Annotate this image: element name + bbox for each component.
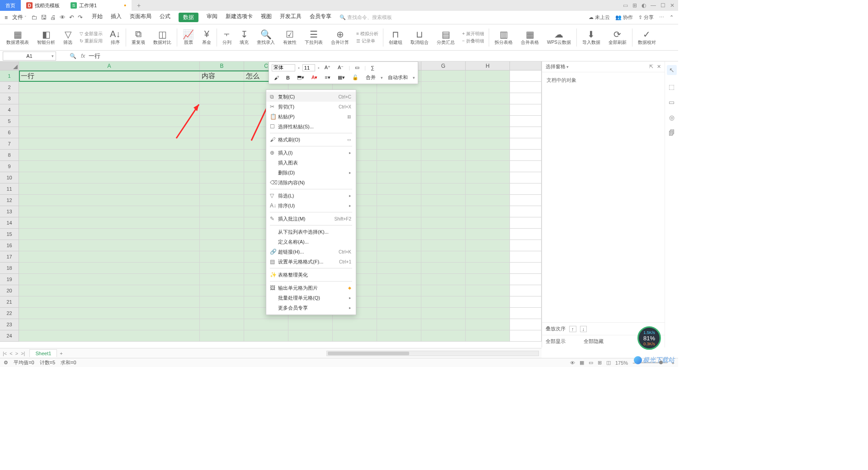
- cell[interactable]: [19, 308, 200, 319]
- rp-pin-icon[interactable]: ⇱: [649, 64, 653, 70]
- cm-define-name[interactable]: 定义名称(A)...: [266, 237, 356, 247]
- rb-lookup[interactable]: 🔍查找录入: [253, 24, 278, 50]
- cell[interactable]: [377, 229, 421, 240]
- sb-grid-icon[interactable]: ▦: [580, 360, 584, 366]
- cell[interactable]: [19, 229, 200, 240]
- cell[interactable]: [466, 229, 510, 240]
- cell[interactable]: [200, 274, 244, 285]
- cell[interactable]: [377, 251, 421, 263]
- row-header[interactable]: 1: [0, 70, 19, 82]
- cell[interactable]: [421, 70, 466, 82]
- col-B[interactable]: B: [200, 61, 244, 70]
- tab-add[interactable]: +: [132, 0, 146, 11]
- row-header[interactable]: 23: [0, 319, 19, 330]
- cm-format-cells[interactable]: ▤设置单元格格式(F)...Ctrl+1: [266, 257, 356, 267]
- row-header[interactable]: 18: [0, 263, 19, 274]
- cell[interactable]: [466, 195, 510, 206]
- maximize-icon[interactable]: ☐: [660, 2, 665, 9]
- rp-down-icon[interactable]: ↓: [580, 326, 587, 332]
- cell[interactable]: [466, 274, 510, 285]
- rb-ungroup[interactable]: ⊔取消组合: [407, 24, 432, 50]
- mt-sum-icon[interactable]: ∑: [368, 64, 377, 71]
- redo-icon[interactable]: ↷: [78, 14, 83, 21]
- cell[interactable]: [377, 319, 421, 330]
- cell[interactable]: [466, 150, 510, 161]
- horizontal-scrollbar[interactable]: [326, 351, 539, 356]
- cm-beautify[interactable]: ✨表格整理美化: [266, 270, 356, 280]
- row-header[interactable]: 3: [0, 93, 19, 104]
- cell[interactable]: [421, 296, 466, 308]
- rp-hide-all[interactable]: 全部隐藏: [584, 338, 604, 345]
- cell[interactable]: [466, 183, 510, 195]
- mt-border-icon[interactable]: ▦▾: [335, 74, 347, 81]
- cell[interactable]: [466, 330, 510, 342]
- cell[interactable]: [421, 274, 466, 285]
- formula-input[interactable]: 一行: [89, 52, 100, 60]
- cm-dropdown-pick[interactable]: 从下拉列表中选择(K)...: [266, 227, 356, 237]
- row-header[interactable]: 14: [0, 217, 19, 229]
- tab-workbook[interactable]: S工作簿1•: [65, 0, 132, 11]
- row-header[interactable]: 15: [0, 229, 19, 240]
- sheet-prev-icon[interactable]: <: [9, 351, 12, 356]
- cell[interactable]: [200, 150, 244, 161]
- cell[interactable]: [421, 285, 466, 296]
- cm-delete[interactable]: 删除(D)▸: [266, 168, 356, 178]
- cell[interactable]: [377, 93, 421, 104]
- select-all-corner[interactable]: [0, 61, 19, 70]
- cell[interactable]: [421, 319, 466, 330]
- cell[interactable]: [421, 330, 466, 342]
- cm-cut[interactable]: ✂剪切(T)Ctrl+X: [266, 102, 356, 112]
- rb-dropdown[interactable]: ☰下拉列表: [301, 24, 326, 50]
- cell[interactable]: [377, 172, 421, 183]
- row-header[interactable]: 7: [0, 138, 19, 150]
- cell[interactable]: [377, 206, 421, 217]
- rb-splittable[interactable]: ▥拆分表格: [491, 24, 516, 50]
- row-header[interactable]: 24: [0, 330, 19, 342]
- cell[interactable]: [200, 206, 244, 217]
- tab-devtools[interactable]: 开发工具: [280, 13, 302, 22]
- rb-record[interactable]: ☰ 记录单: [356, 38, 378, 44]
- file-menu[interactable]: 文件 ˅: [12, 14, 27, 21]
- cell[interactable]: 内容: [200, 70, 244, 82]
- sb-settings-icon[interactable]: ⚙: [4, 360, 8, 366]
- cell[interactable]: [200, 330, 244, 342]
- mt-format-painter-icon[interactable]: 🖌: [272, 74, 281, 81]
- row-header[interactable]: 20: [0, 285, 19, 296]
- cell[interactable]: [19, 285, 200, 296]
- tab-templates[interactable]: D找稻壳模板: [21, 0, 65, 11]
- row-header[interactable]: 17: [0, 251, 19, 263]
- cell[interactable]: [421, 251, 466, 263]
- tab-home[interactable]: 首页: [0, 0, 21, 11]
- save-icon[interactable]: 🖫: [41, 14, 47, 21]
- collapse-ribbon-icon[interactable]: ⌃: [670, 14, 674, 20]
- rb-fill[interactable]: ↧填充: [236, 24, 252, 50]
- cell[interactable]: [19, 195, 200, 206]
- cell[interactable]: [200, 251, 244, 263]
- row-header[interactable]: 2: [0, 82, 19, 93]
- cell[interactable]: [421, 308, 466, 319]
- cell[interactable]: [333, 319, 377, 330]
- cell[interactable]: [466, 240, 510, 251]
- user-avatar-icon[interactable]: ◐: [642, 2, 646, 9]
- cm-paste[interactable]: 📋粘贴(P)▥: [266, 112, 356, 122]
- command-search[interactable]: 🔍 查找命令、搜索模板: [340, 14, 392, 21]
- cell[interactable]: [244, 330, 288, 342]
- cell[interactable]: [200, 217, 244, 229]
- cell[interactable]: [377, 104, 421, 116]
- cell[interactable]: [466, 82, 510, 93]
- cell[interactable]: [377, 308, 421, 319]
- cell[interactable]: [466, 319, 510, 330]
- tab-custom[interactable]: 新建选项卡: [226, 13, 253, 22]
- row-header[interactable]: 8: [0, 150, 19, 161]
- sb-view3-icon[interactable]: ◫: [606, 360, 611, 366]
- cell[interactable]: [19, 206, 200, 217]
- cell[interactable]: [421, 263, 466, 274]
- cm-batch[interactable]: 批量处理单元格(Q)▸: [266, 293, 356, 303]
- rp-up-icon[interactable]: ↑: [569, 326, 576, 332]
- cell[interactable]: [200, 229, 244, 240]
- tab-formula[interactable]: 公式: [160, 13, 170, 22]
- rb-clouddata[interactable]: ☁WPS云数据: [543, 24, 575, 50]
- sheet-first-icon[interactable]: |<: [3, 351, 7, 356]
- cell[interactable]: [421, 161, 466, 172]
- cell[interactable]: [19, 172, 200, 183]
